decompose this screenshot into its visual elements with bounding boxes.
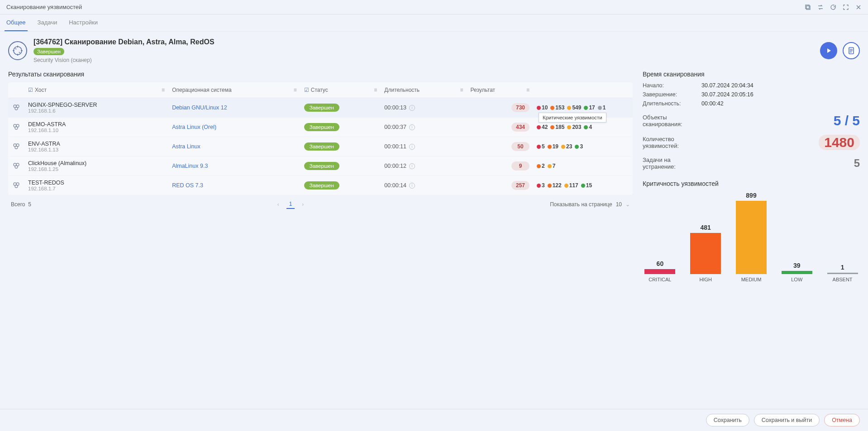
tab-tasks[interactable]: Задачи	[36, 14, 59, 31]
table-row[interactable]: ENV-ASTRA192.168.1.13 Astra Linux Заверш…	[8, 137, 633, 156]
header: [364762] Сканирование Debian, Astra, Alm…	[0, 32, 868, 67]
scan-status-badge: Завершен	[33, 48, 64, 55]
results-table: ☑Хост≡ Операционная система≡ ☑Статус≡ Дл…	[8, 82, 633, 195]
severity-item: 117	[564, 182, 578, 189]
titlebar-actions	[805, 4, 862, 10]
chart-title: Критичность уязвимостей	[643, 180, 860, 187]
host-ip: 192.168.1.10	[28, 128, 165, 133]
table-row[interactable]: NGINX-SPNEGO-SERVER192.168.1.6 Debian GN…	[8, 98, 633, 118]
page-prev[interactable]: ‹	[277, 201, 279, 208]
col-host[interactable]: ☑Хост≡	[24, 82, 168, 98]
host-ip: 192.168.1.25	[28, 166, 165, 172]
footer: Сохранить Сохранить и выйти Отмена	[0, 409, 868, 431]
play-button[interactable]	[820, 42, 837, 59]
objects-label: Объекты сканирования:	[643, 114, 701, 128]
bar-value: 899	[746, 192, 756, 199]
cancel-button[interactable]: Отмена	[824, 414, 860, 426]
os-link[interactable]: RED OS 7.3	[172, 182, 203, 189]
scan-target-icon	[8, 41, 27, 60]
page-current[interactable]: 1	[286, 200, 295, 209]
save-button[interactable]: Сохранить	[706, 414, 749, 426]
os-link[interactable]: AlmaLinux 9.3	[172, 163, 208, 169]
status-badge: Завершен	[304, 123, 339, 131]
end-value: 30.07.2024 20:05:16	[701, 91, 754, 98]
dur-label: Длительность:	[643, 100, 701, 107]
page-next[interactable]: ›	[302, 201, 304, 208]
criticality-chart: 60 CRITICAL 481 HIGH 899 MEDIUM 39 LOW 1…	[643, 192, 860, 282]
tabs: Общее Задачи Настройки	[0, 14, 868, 32]
duration-value: 00:00:14i	[384, 182, 415, 189]
loop-icon[interactable]	[817, 4, 824, 10]
table-row[interactable]: ClickHouse (Almalinux)192.168.1.25 AlmaL…	[8, 156, 633, 176]
pager: Всего 5 ‹ 1 › Показывать на странице 10 …	[8, 195, 633, 213]
results-title: Результаты сканирования	[8, 71, 633, 78]
start-value: 30.07.2024 20:04:34	[701, 82, 754, 89]
info-icon[interactable]: i	[409, 163, 415, 169]
result-total: 9	[511, 161, 529, 171]
col-duration[interactable]: Длительность≡	[381, 82, 467, 98]
maximize-icon[interactable]	[843, 4, 849, 10]
bar-rect	[736, 201, 767, 274]
svg-point-18	[15, 185, 18, 188]
severity-item: 549	[567, 104, 581, 111]
severity-item: 5	[537, 143, 545, 150]
info-icon[interactable]: i	[409, 144, 415, 150]
col-status[interactable]: ☑Статус≡	[300, 82, 381, 98]
svg-rect-0	[806, 6, 810, 9]
severity-item: 3	[575, 143, 583, 150]
os-link[interactable]: Astra Linux (Orel)	[172, 124, 216, 130]
os-link[interactable]: Debian GNU/Linux 12	[172, 104, 227, 111]
titlebar: Сканирование уязвимостей	[0, 0, 868, 14]
status-badge: Завершен	[304, 162, 339, 170]
end-label: Завершение:	[643, 91, 701, 98]
host-name: ClickHouse (Almalinux)	[28, 160, 165, 166]
host-name: TEST-REDOS	[28, 180, 165, 186]
info-icon[interactable]: i	[409, 105, 415, 111]
chevron-down-icon[interactable]: ⌄	[625, 201, 630, 208]
severity-item: 23	[561, 143, 572, 150]
bar-category: ABSENT	[833, 277, 853, 282]
result-total: 257	[511, 181, 529, 190]
tab-settings[interactable]: Настройки	[67, 14, 100, 31]
severity-item: 19	[548, 143, 558, 150]
bar-category: LOW	[791, 277, 802, 282]
info-icon[interactable]: i	[409, 183, 415, 189]
host-icon	[12, 107, 21, 113]
chart-bar: 481 HIGH	[688, 192, 723, 282]
bar-value: 39	[793, 262, 801, 269]
severity-item: 185	[550, 124, 564, 130]
col-os[interactable]: Операционная система≡	[168, 82, 300, 98]
severity-item: 10	[537, 104, 548, 111]
bar-value: 1	[841, 264, 844, 271]
host-icon	[12, 146, 21, 152]
duration-value: 00:00:37i	[384, 124, 415, 130]
host-icon	[12, 126, 21, 133]
bar-rect	[690, 233, 721, 274]
bar-rect	[644, 269, 675, 274]
severity-item: 4	[584, 124, 592, 130]
svg-point-6	[15, 107, 18, 110]
per-page-value[interactable]: 10	[616, 201, 622, 208]
result-total: 50	[511, 142, 529, 151]
severity-item: 17	[584, 104, 595, 111]
refresh-icon[interactable]	[830, 4, 836, 10]
bar-rect	[827, 273, 858, 274]
status-badge: Завершен	[304, 181, 339, 189]
tasks-value: 5	[854, 157, 860, 170]
duration-value: 00:00:12i	[384, 163, 415, 169]
save-exit-button[interactable]: Сохранить и выйти	[754, 414, 820, 426]
os-link[interactable]: Astra Linux	[172, 143, 200, 150]
table-row[interactable]: TEST-REDOS192.168.1.7 RED OS 7.3 Заверше…	[8, 176, 633, 195]
close-icon[interactable]	[855, 4, 862, 10]
svg-point-2	[14, 47, 22, 55]
severity-item: 3	[537, 182, 545, 189]
report-button[interactable]	[843, 42, 860, 59]
tab-general[interactable]: Общее	[5, 14, 28, 31]
info-icon[interactable]: i	[409, 124, 415, 130]
copy-icon[interactable]	[805, 4, 811, 10]
severity-item: 122	[548, 182, 562, 189]
host-ip: 192.168.1.6	[28, 108, 165, 114]
chart-bar: 899 MEDIUM	[734, 192, 769, 282]
vuln-label: Количество уязвимостей:	[643, 136, 701, 149]
col-result[interactable]: Результат≡	[467, 82, 533, 98]
